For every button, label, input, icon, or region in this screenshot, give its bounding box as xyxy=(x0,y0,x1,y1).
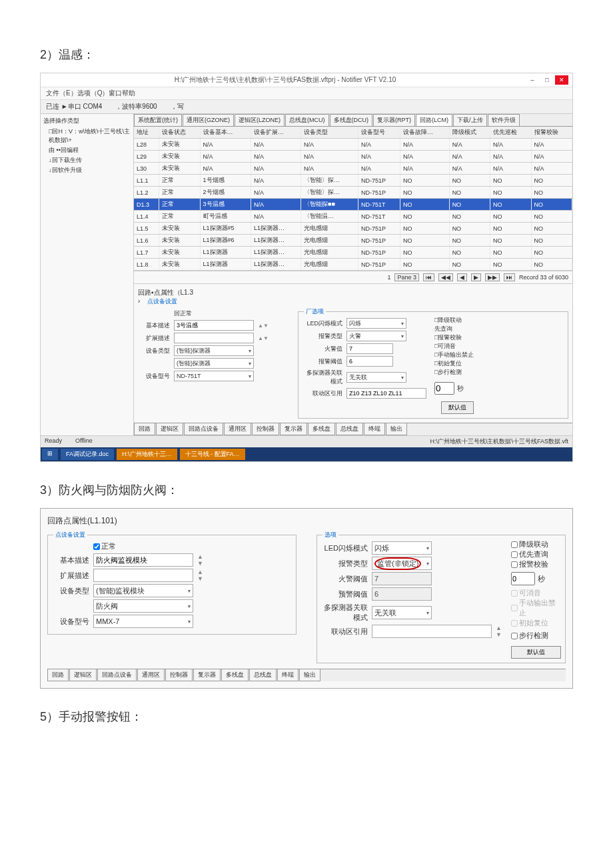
p2-basic-input[interactable] xyxy=(93,553,193,567)
pager-pane-dropdown[interactable]: Pane 3 xyxy=(394,273,419,281)
p2-bottom-tab[interactable]: 逻辑区 xyxy=(69,669,97,681)
pager-prev-fast-icon[interactable]: ◀◀ xyxy=(438,273,453,281)
pager-prev-icon[interactable]: ◀ xyxy=(457,273,467,281)
table-row[interactable]: L1.7未安装L1探测器L1探测器…光电感烟ND-751PNONONONO xyxy=(134,247,572,259)
table-row[interactable]: L30未安装N/AN/AN/AN/AN/AN/AN/AN/A xyxy=(134,163,572,175)
option-checkbox[interactable]: 先查询 xyxy=(434,325,474,333)
bottom-tab[interactable]: 终端 xyxy=(364,423,385,435)
tree-item[interactable]: 由 ••回编程 xyxy=(43,145,131,155)
table-row[interactable]: L1.2正常2号烟感N/A〈智能〉探…ND-751PNONONONO xyxy=(134,187,572,199)
column-header[interactable]: 地址 xyxy=(134,127,159,139)
bottom-tab[interactable]: 复示器 xyxy=(280,423,307,435)
option-checkbox[interactable]: □初始复位 xyxy=(434,359,474,368)
p2-walk-chk[interactable]: 步行检测 xyxy=(511,631,561,641)
device-model-combo[interactable]: ND-751T▾ xyxy=(174,371,254,381)
option-checkbox[interactable]: □报警校验 xyxy=(434,333,474,342)
p2-checkbox[interactable]: 优先查询 xyxy=(511,549,561,559)
basic-desc-input[interactable] xyxy=(174,320,254,331)
table-row[interactable]: L1.4正常町号温感N/A〈智能温…ND-751TNONONONO xyxy=(134,211,572,223)
p2-ext-input[interactable] xyxy=(93,569,193,582)
bottom-tab[interactable]: 回路 xyxy=(134,423,155,435)
maximize-icon[interactable]: □ xyxy=(540,75,554,85)
normal-checkbox2[interactable]: 正常 xyxy=(93,541,116,551)
column-header[interactable]: 设备故障… xyxy=(400,127,449,139)
column-header[interactable]: 降级模式 xyxy=(449,127,490,139)
option-checkbox[interactable]: □步行检测 xyxy=(434,368,474,377)
p2-bottom-tab[interactable]: 通用区 xyxy=(137,669,165,681)
menu-bar[interactable]: 文件（E）选项（Q）窗口帮助 xyxy=(41,87,572,100)
column-header[interactable]: 设备型号 xyxy=(358,127,400,139)
p2-alarm-combo[interactable]: 监管(非锁定)▾ xyxy=(372,557,432,570)
default-button[interactable]: 默认值 xyxy=(441,401,474,414)
bottom-tab[interactable]: 输出 xyxy=(386,423,407,435)
p2-multi-combo[interactable]: 无关联▾ xyxy=(372,606,432,619)
tab[interactable]: 多线盘(DCU) xyxy=(330,114,373,126)
taskbar-item[interactable]: 十三号线 - 配置FA… xyxy=(180,449,245,460)
table-row[interactable]: L1.6未安装L1探测器#6L1探测器…光电感烟ND-751PNONONONO xyxy=(134,235,572,247)
p2-default-button[interactable]: 默认值 xyxy=(511,646,561,659)
p2-bottom-tab[interactable]: 终端 xyxy=(277,669,299,681)
table-row[interactable]: L28未安装N/AN/AN/AN/AN/AN/AN/AN/A xyxy=(134,139,572,151)
tab[interactable]: 回路(LCM) xyxy=(416,114,452,126)
column-header[interactable]: 设备类型 xyxy=(301,127,358,139)
tab[interactable]: 逻辑区(LZONE) xyxy=(235,114,285,126)
bottom-tab[interactable]: 控制器 xyxy=(252,423,279,435)
column-header[interactable]: 优先巡检 xyxy=(490,127,531,139)
bottom-tab[interactable]: 总线盘 xyxy=(336,423,363,435)
tree-item[interactable]: ↓回下载生传 xyxy=(43,155,131,165)
p2-led-combo[interactable]: 闪烁▾ xyxy=(372,541,432,555)
p2-bottom-tab[interactable]: 多线盘 xyxy=(221,669,249,681)
prealarm-threshold-input[interactable] xyxy=(346,356,393,367)
bottom-tab[interactable]: 通用区 xyxy=(224,423,251,435)
taskbar-item[interactable]: FA调试记录.doc xyxy=(61,449,114,460)
table-row[interactable]: L1.5未安装L1探测器#5L1探测器…光电感烟ND-751PNONONONO xyxy=(134,223,572,235)
option-checkbox[interactable]: □手动输出禁止 xyxy=(434,351,474,359)
start-icon[interactable]: ⊞ xyxy=(42,449,58,460)
table-row[interactable]: L1.8未安装L1探测器L1探测器…光电感烟ND-751PNONONONO xyxy=(134,259,572,271)
table-row[interactable]: L29未安装N/AN/AN/AN/AN/AN/AN/AN/A xyxy=(134,151,572,163)
alarm-type-combo[interactable]: 火警▾ xyxy=(346,331,406,341)
p2-bottom-tab[interactable]: 控制器 xyxy=(165,669,193,681)
column-header[interactable]: 报警校验 xyxy=(531,127,572,139)
p2-bottom-tab[interactable]: 输出 xyxy=(299,669,320,681)
p2-bottom-tab[interactable]: 复示器 xyxy=(193,669,221,681)
column-header[interactable]: 设备状态 xyxy=(159,127,200,139)
tree-item[interactable]: ↓回软件升级 xyxy=(43,165,131,175)
tab[interactable]: 系统配置(统计) xyxy=(134,114,182,126)
option-checkbox[interactable]: □降级联动 xyxy=(434,316,474,325)
led-mode-combo[interactable]: 闪烁▾ xyxy=(346,318,406,329)
pager-first-icon[interactable]: ⏮ xyxy=(423,273,434,281)
tab[interactable]: 下载/上传 xyxy=(453,114,487,126)
tab[interactable]: 软件升级 xyxy=(488,114,520,126)
p2-checkbox[interactable]: 报警校验 xyxy=(511,559,561,569)
pager-last-icon[interactable]: ⏭ xyxy=(504,273,515,281)
multi-mode-combo[interactable]: 无关联▾ xyxy=(346,372,406,383)
pager-next-icon[interactable]: ▶ xyxy=(471,273,481,281)
tab[interactable]: 通用区(GZONE) xyxy=(183,114,234,126)
bottom-tab[interactable]: 逻辑区 xyxy=(156,423,183,435)
tab[interactable]: 总线盘(MCU) xyxy=(285,114,329,126)
bottom-tab[interactable]: 回路点设备 xyxy=(184,423,223,435)
p2-bottom-tab[interactable]: 回路点设备 xyxy=(97,669,137,681)
bottom-tab[interactable]: 多线盘 xyxy=(308,423,335,435)
close-icon[interactable]: ✕ xyxy=(555,75,568,85)
p2-bottom-tab[interactable]: 总线盘 xyxy=(249,669,277,681)
pager-next-fast-icon[interactable]: ▶▶ xyxy=(485,273,500,281)
sec-input[interactable] xyxy=(434,382,454,395)
p2-zone-input[interactable] xyxy=(372,625,492,638)
option-checkbox[interactable]: □可消音 xyxy=(434,342,474,351)
zone-ref-input[interactable] xyxy=(346,388,426,399)
p2-dmodel-combo[interactable]: MMX-7▾ xyxy=(93,615,193,628)
p2-checkbox[interactable]: 降级联动 xyxy=(511,539,561,549)
detail-link[interactable]: 点设备设置 xyxy=(147,298,177,305)
p2-dtype-combo[interactable]: (智能)监视模块▾ xyxy=(93,584,193,597)
device-type2-combo[interactable]: (智能)探测器▾ xyxy=(174,358,254,369)
normal-checkbox[interactable]: 回正常 xyxy=(174,309,192,318)
p2-bottom-tab[interactable]: 回路 xyxy=(47,669,69,681)
p2-dtype2-combo[interactable]: 防火阀▾ xyxy=(93,599,193,613)
p2-sec-input[interactable] xyxy=(511,572,535,585)
device-type-combo[interactable]: (智能)探测器▾ xyxy=(174,345,254,356)
column-header[interactable]: 设备扩展… xyxy=(251,127,301,139)
table-row[interactable]: D1.3正常3号温感N/A〈智能探■■ND-751TNONONONO xyxy=(134,199,572,211)
column-header[interactable]: 设备基本… xyxy=(200,127,251,139)
